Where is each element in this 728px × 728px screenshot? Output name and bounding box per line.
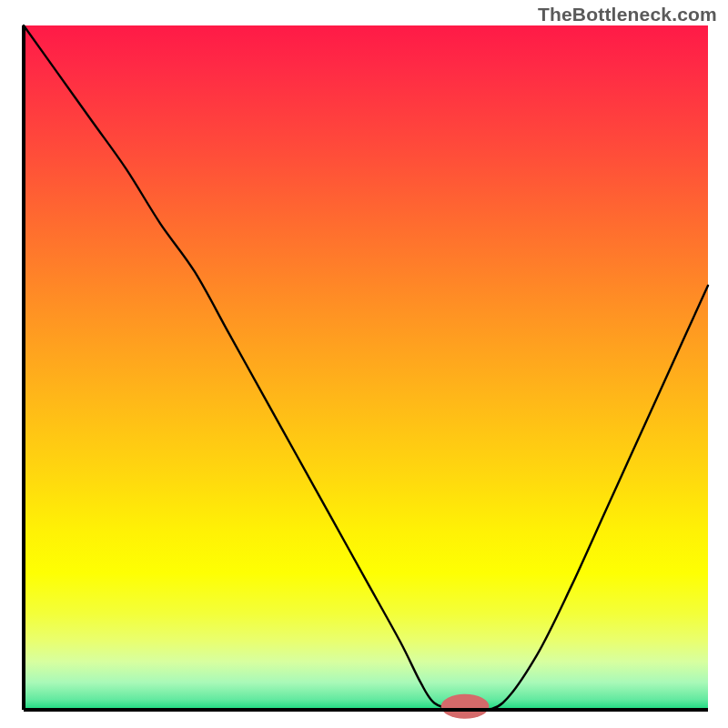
plot-background (24, 25, 708, 710)
chart-container: TheBottleneck.com (0, 0, 728, 728)
optimum-marker (441, 694, 490, 719)
watermark-text: TheBottleneck.com (538, 4, 717, 25)
bottleneck-chart (0, 0, 728, 728)
